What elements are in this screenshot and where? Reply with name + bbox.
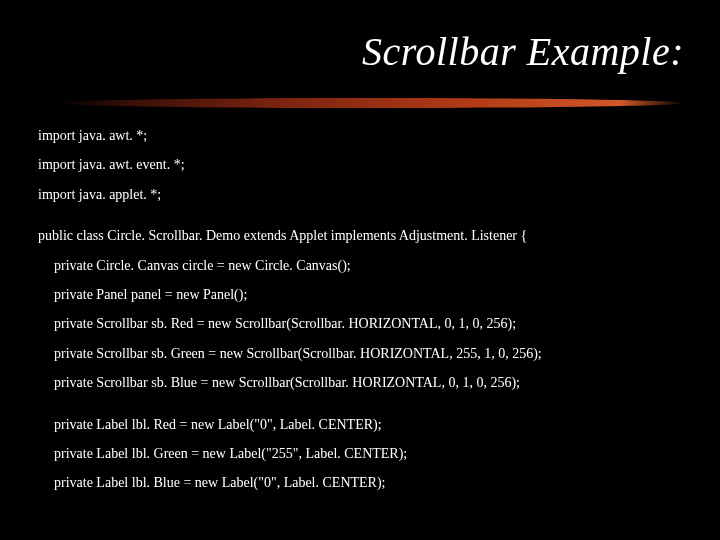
code-line: private Circle. Canvas circle = new Circ… xyxy=(38,258,690,273)
svg-point-0 xyxy=(56,98,684,108)
code-block: import java. awt. *; import java. awt. e… xyxy=(38,128,690,505)
code-line: private Label lbl. Red = new Label("0", … xyxy=(38,417,690,432)
code-line: import java. awt. *; xyxy=(38,128,690,143)
slide-title: Scrollbar Example: xyxy=(0,28,684,75)
code-line: private Panel panel = new Panel(); xyxy=(38,287,690,302)
code-line: private Scrollbar sb. Blue = new Scrollb… xyxy=(38,375,690,390)
code-line: public class Circle. Scrollbar. Demo ext… xyxy=(38,228,690,243)
title-underline xyxy=(56,96,684,110)
code-line: import java. applet. *; xyxy=(38,187,690,202)
code-line: import java. awt. event. *; xyxy=(38,157,690,172)
slide: Scrollbar Example: import java. awt. *; … xyxy=(0,0,720,540)
code-line: private Label lbl. Green = new Label("25… xyxy=(38,446,690,461)
code-line: private Scrollbar sb. Green = new Scroll… xyxy=(38,346,690,361)
code-line: private Label lbl. Blue = new Label("0",… xyxy=(38,475,690,490)
code-line: private Scrollbar sb. Red = new Scrollba… xyxy=(38,316,690,331)
